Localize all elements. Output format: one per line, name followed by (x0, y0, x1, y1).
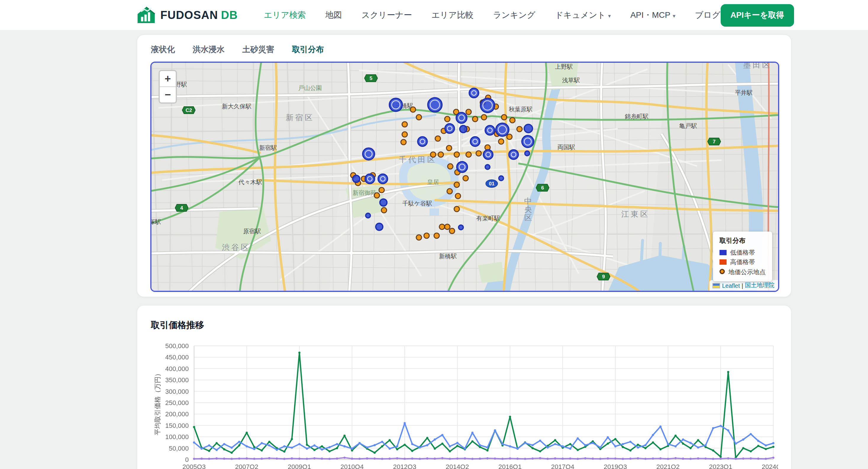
map-label-district: 渋谷区 (222, 243, 250, 252)
chart-point (283, 458, 285, 460)
land-price-point-marker[interactable] (507, 134, 512, 140)
low-price-marker[interactable] (363, 148, 375, 160)
land-price-point-marker[interactable] (498, 139, 504, 144)
chart-point (750, 450, 752, 452)
chart-point (456, 442, 458, 444)
tab-4[interactable]: 取引分布 (292, 45, 324, 55)
low-price-marker[interactable] (378, 174, 388, 183)
low-price-marker[interactable] (459, 225, 463, 230)
nav-link-4[interactable]: エリア比較 (431, 10, 473, 21)
chart-point (343, 445, 345, 447)
zoom-in-button[interactable]: + (160, 71, 176, 86)
low-price-marker[interactable] (457, 162, 467, 172)
land-price-point-marker[interactable] (450, 228, 455, 234)
low-price-marker[interactable] (469, 88, 479, 98)
land-price-point-marker[interactable] (402, 132, 407, 137)
low-price-marker[interactable] (485, 125, 495, 135)
tab-1[interactable]: 液状化 (151, 45, 175, 55)
low-price-marker[interactable] (499, 176, 503, 181)
chart-point (253, 448, 255, 450)
chart-point (321, 458, 323, 460)
land-price-point-marker[interactable] (466, 152, 471, 157)
land-price-point-marker[interactable] (476, 151, 481, 156)
low-price-marker[interactable] (470, 137, 480, 146)
low-price-marker[interactable] (460, 125, 467, 133)
low-price-marker[interactable] (376, 223, 383, 230)
land-price-point-marker[interactable] (510, 118, 515, 123)
transaction-map[interactable]: C25467901 新宿区千代田区中央区江東区渋谷区墨田区東中野駅新大久保駅新宿… (150, 62, 779, 292)
land-price-point-marker[interactable] (381, 208, 387, 213)
get-api-key-button[interactable]: APIキーを取得 (720, 4, 794, 26)
land-price-point-marker[interactable] (472, 116, 478, 122)
gsi-link[interactable]: 国土地理院 (745, 281, 775, 290)
nav-link-1[interactable]: エリア検索 (264, 10, 306, 21)
leaflet-link[interactable]: Leaflet (722, 282, 740, 289)
land-price-point-marker[interactable] (374, 193, 379, 198)
low-price-marker[interactable] (524, 124, 532, 133)
nav-link-8[interactable]: ブログ (695, 10, 720, 21)
low-price-marker[interactable] (418, 137, 427, 146)
land-price-point-marker[interactable] (438, 152, 443, 157)
land-price-point-marker[interactable] (434, 233, 439, 238)
land-price-point-marker[interactable] (379, 187, 384, 193)
chart-point (509, 445, 511, 447)
land-price-point-marker[interactable] (463, 176, 468, 181)
low-price-marker[interactable] (445, 124, 455, 133)
land-price-point-marker[interactable] (439, 224, 445, 230)
land-price-point-marker[interactable] (424, 233, 429, 238)
nav-link-3[interactable]: スクリーナー (362, 10, 412, 21)
land-price-point-marker[interactable] (410, 107, 416, 112)
zoom-out-button[interactable]: − (160, 86, 176, 102)
nav-link-7[interactable]: API・MCP▾ (630, 10, 675, 21)
land-price-point-marker[interactable] (435, 136, 440, 141)
land-price-point-marker[interactable] (445, 116, 450, 122)
low-price-marker[interactable] (522, 136, 534, 147)
house-chart-logo-icon (137, 6, 156, 24)
land-price-point-marker[interactable] (445, 224, 450, 230)
land-price-point-marker[interactable] (446, 145, 452, 151)
land-price-point-marker[interactable] (430, 152, 436, 157)
land-price-point-marker[interactable] (517, 126, 522, 132)
legend-item-1: 低価格帯 (719, 247, 766, 257)
low-price-marker[interactable] (365, 174, 375, 183)
land-price-point-marker[interactable] (447, 188, 452, 194)
land-price-point-marker[interactable] (454, 206, 460, 212)
nav-link-2[interactable]: 地図 (326, 10, 342, 21)
land-price-point-marker[interactable] (401, 140, 406, 145)
chart-point (208, 444, 210, 446)
tab-3[interactable]: 土砂災害 (242, 45, 274, 55)
chart-point (404, 422, 406, 424)
chart-point (486, 457, 489, 459)
chart-point (426, 437, 428, 439)
land-price-point-marker[interactable] (447, 164, 453, 169)
land-price-point-marker[interactable] (466, 109, 471, 115)
tab-2[interactable]: 洪水浸水 (193, 45, 224, 55)
low-price-marker[interactable] (366, 213, 370, 218)
land-price-point-marker[interactable] (402, 122, 407, 127)
land-price-point-marker[interactable] (481, 115, 487, 120)
chart-point (389, 448, 391, 450)
land-price-point-marker[interactable] (455, 193, 461, 199)
low-price-marker[interactable] (456, 113, 467, 123)
chart-point (629, 449, 631, 451)
chart-point (757, 440, 760, 442)
land-price-point-marker[interactable] (454, 152, 460, 157)
low-price-marker[interactable] (380, 199, 387, 206)
land-price-point-marker[interactable] (454, 182, 460, 187)
nav-link-5[interactable]: ランキング (493, 10, 535, 21)
low-price-marker[interactable] (485, 165, 490, 169)
low-price-marker[interactable] (484, 150, 493, 159)
chart-point (532, 458, 534, 460)
brand-logo[interactable]: FUDOSANDB (137, 6, 238, 24)
nav-link-6[interactable]: ドキュメント▾ (555, 10, 611, 21)
land-price-point-marker[interactable] (416, 235, 422, 240)
chart-point (268, 441, 270, 443)
low-price-marker[interactable] (509, 150, 518, 159)
x-tick-label: 2016Q1 (498, 463, 522, 469)
land-price-point-marker[interactable] (416, 115, 422, 120)
low-price-marker[interactable] (353, 175, 360, 182)
low-price-marker[interactable] (525, 151, 530, 156)
land-price-point-marker[interactable] (501, 115, 507, 120)
chart-point (675, 445, 677, 447)
chart-point (697, 446, 699, 448)
